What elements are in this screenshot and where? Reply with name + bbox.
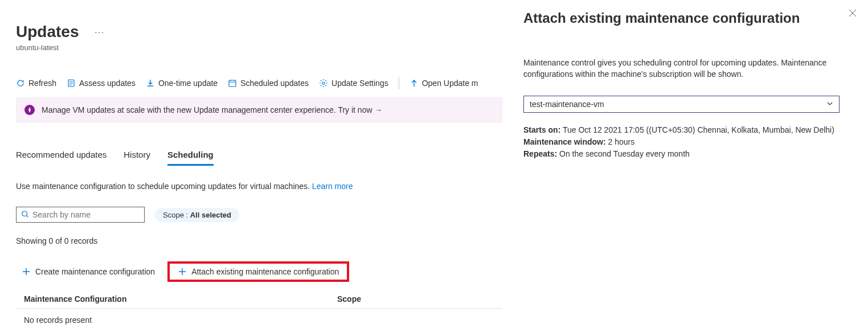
toolbar: Refresh Assess updates One-time update S…	[16, 77, 502, 89]
search-input[interactable]	[32, 210, 140, 219]
gear-icon	[319, 79, 328, 88]
svg-point-2	[322, 82, 325, 84]
toolbar-separator	[399, 77, 399, 89]
column-config: Maintenance Configuration	[24, 294, 337, 304]
tab-scheduling[interactable]: Scheduling	[167, 150, 214, 166]
page-title: Updates	[16, 23, 79, 41]
records-count: Showing 0 of 0 records	[16, 236, 502, 245]
search-icon	[21, 210, 29, 220]
subtitle: ubuntu-latest	[16, 43, 502, 52]
plus-icon	[22, 267, 31, 276]
side-panel: Attach existing maintenance configuratio…	[512, 0, 868, 328]
chevron-down-icon	[826, 100, 833, 109]
create-config-button[interactable]: Create maintenance configuration	[16, 263, 161, 281]
assess-label: Assess updates	[79, 79, 136, 88]
onetime-label: One-time update	[158, 79, 218, 88]
settings-label: Update Settings	[331, 79, 388, 88]
scheduled-label: Scheduled updates	[240, 79, 309, 88]
arrow-up-icon	[410, 79, 419, 88]
panel-header: Attach existing maintenance configuratio…	[523, 9, 857, 27]
learn-more-link[interactable]: Learn more	[312, 182, 353, 191]
refresh-button[interactable]: Refresh	[16, 79, 56, 88]
compass-icon	[24, 105, 35, 115]
assess-button[interactable]: Assess updates	[67, 79, 136, 88]
table-empty-message: No records present	[16, 309, 502, 328]
config-selected-value: test-maintenance-vm	[530, 100, 604, 109]
download-icon	[146, 79, 155, 88]
column-scope: Scope	[337, 294, 502, 304]
scheduling-description: Use maintenance configuration to schedul…	[16, 182, 502, 191]
action-buttons: Create maintenance configuration Attach …	[16, 261, 502, 282]
settings-button[interactable]: Update Settings	[319, 79, 388, 88]
config-details: Starts on: Tue Oct 12 2021 17:05 ((UTC+0…	[523, 124, 857, 160]
panel-description: Maintenance control gives you scheduling…	[523, 58, 857, 80]
banner-text: Manage VM updates at scale with the new …	[42, 105, 382, 114]
panel-title: Attach existing maintenance configuratio…	[523, 9, 800, 27]
main-panel: Updates ··· ubuntu-latest Refresh Assess…	[0, 0, 502, 328]
detail-repeats: Repeats: On the second Tuesday every mon…	[523, 148, 857, 160]
scope-filter[interactable]: Scope : All selected	[155, 208, 239, 222]
svg-rect-1	[229, 80, 236, 87]
tab-recommended[interactable]: Recommended updates	[16, 150, 107, 166]
search-box[interactable]	[16, 207, 145, 223]
config-dropdown[interactable]: test-maintenance-vm	[523, 96, 840, 113]
svg-point-3	[22, 211, 27, 216]
open-update-button[interactable]: Open Update m	[410, 79, 478, 88]
close-button[interactable]	[849, 9, 857, 19]
refresh-label: Refresh	[28, 79, 56, 88]
title-row: Updates ···	[16, 23, 502, 41]
detail-starts: Starts on: Tue Oct 12 2021 17:05 ((UTC+0…	[523, 124, 857, 136]
clipboard-icon	[67, 79, 76, 88]
onetime-button[interactable]: One-time update	[146, 79, 218, 88]
calendar-icon	[228, 79, 237, 88]
tab-history[interactable]: History	[124, 150, 150, 166]
search-row: Scope : All selected	[16, 207, 502, 223]
scheduled-button[interactable]: Scheduled updates	[228, 79, 309, 88]
more-icon[interactable]: ···	[95, 27, 105, 36]
table-header: Maintenance Configuration Scope	[16, 294, 502, 309]
open-label: Open Update m	[422, 79, 478, 88]
plus-icon	[178, 267, 187, 276]
attach-config-button[interactable]: Attach existing maintenance configuratio…	[167, 261, 349, 282]
detail-window: Maintenance window: 2 hours	[523, 136, 857, 148]
refresh-icon	[16, 79, 25, 88]
info-banner[interactable]: Manage VM updates at scale with the new …	[16, 97, 502, 122]
tabs: Recommended updates History Scheduling	[16, 150, 502, 166]
